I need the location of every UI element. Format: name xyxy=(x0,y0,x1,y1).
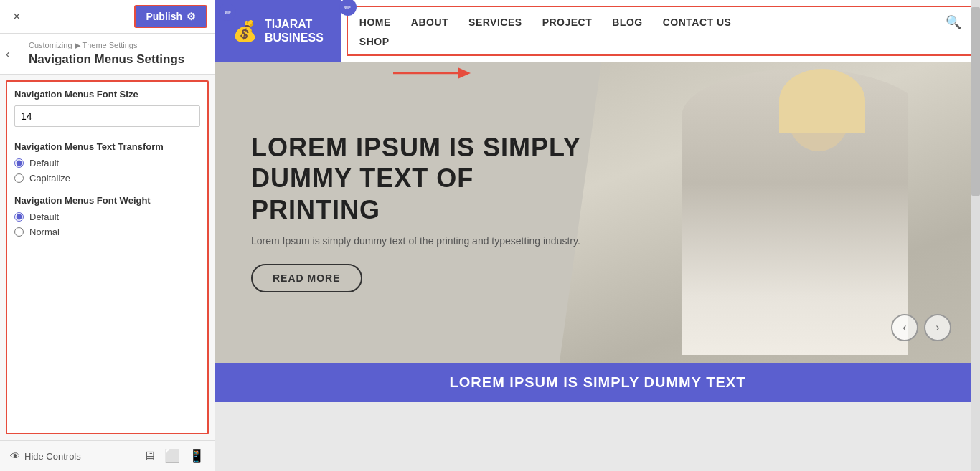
theme-settings-link[interactable]: Theme Settings xyxy=(82,41,137,49)
logo-line2: BUSINESS xyxy=(265,31,324,44)
back-button[interactable]: ‹ xyxy=(6,47,10,62)
font-weight-default[interactable]: Default xyxy=(14,211,200,222)
carousel-prev-button[interactable]: ‹ xyxy=(891,314,918,341)
customizing-link[interactable]: Customizing xyxy=(29,41,72,49)
top-bar: × Publish ⚙ xyxy=(0,0,215,34)
page-title: Navigation Menus Settings xyxy=(29,52,207,67)
font-weight-default-label: Default xyxy=(29,211,59,222)
font-weight-group: Default Normal xyxy=(14,211,200,237)
nav-menu-area: ✏ HOME ABOUT SERVICES PROJECT BLOG CONTA… xyxy=(347,6,974,56)
hero-title-line1: LOREM IPSUM IS SIMPLY xyxy=(251,133,581,162)
font-weight-normal-radio[interactable] xyxy=(14,227,24,237)
breadcrumb-area: ‹ Customizing ▶ Theme Settings Navigatio… xyxy=(0,34,215,75)
text-transform-capitalize-radio[interactable] xyxy=(14,173,24,183)
logo-text: TIJARAT BUSINESS xyxy=(265,17,324,44)
bottom-strip: LOREM IPSUM IS SIMPLY DUMMY TEXT xyxy=(215,363,980,402)
hero-section: LOREM IPSUM IS SIMPLY DUMMY TEXT OF PRIN… xyxy=(215,62,980,363)
preview-header: ✏ 💰 TIJARAT BUSINESS ✏ HOME ABOUT SERVIC… xyxy=(215,0,980,62)
hero-person xyxy=(641,62,908,363)
font-weight-label: Navigation Menus Font Weight xyxy=(14,195,200,206)
text-transform-capitalize-label: Capitalize xyxy=(29,173,70,184)
text-transform-label: Navigation Menus Text Transform xyxy=(14,141,200,152)
desktop-icon-button[interactable]: 🖥 xyxy=(143,448,156,464)
font-size-input[interactable] xyxy=(14,105,200,127)
scrollbar-thumb xyxy=(971,7,980,196)
text-transform-default[interactable]: Default xyxy=(14,158,200,168)
back-icon: ‹ xyxy=(6,47,10,61)
mobile-icon-button[interactable]: 📱 xyxy=(189,448,204,464)
search-icon[interactable]: 🔍 xyxy=(946,14,961,30)
font-weight-default-radio[interactable] xyxy=(14,212,24,222)
font-weight-normal[interactable]: Normal xyxy=(14,227,200,237)
gear-icon: ⚙ xyxy=(187,11,196,22)
logo-icon: 💰 xyxy=(232,19,258,43)
bottom-bar: 👁 Hide Controls 🖥 ⬜ 📱 xyxy=(0,440,215,471)
read-more-button[interactable]: READ MORE xyxy=(251,264,362,292)
nav-home[interactable]: HOME xyxy=(359,16,391,28)
nav-services[interactable]: SERVICES xyxy=(468,16,522,28)
hide-controls-label: Hide Controls xyxy=(24,451,81,462)
font-weight-normal-label: Normal xyxy=(29,227,60,237)
nav-about[interactable]: ABOUT xyxy=(411,16,448,28)
nav-contact[interactable]: CONTACT US xyxy=(663,16,732,28)
device-icons: 🖥 ⬜ 📱 xyxy=(143,448,204,464)
edit-nav-overlay[interactable]: ✏ xyxy=(339,0,357,16)
text-transform-capitalize[interactable]: Capitalize xyxy=(14,173,200,184)
text-transform-default-label: Default xyxy=(29,158,59,168)
hero-content: LOREM IPSUM IS SIMPLY DUMMY TEXT OF PRIN… xyxy=(215,103,617,321)
nav-shop[interactable]: SHOP xyxy=(359,36,390,47)
nav-links-row2: SHOP xyxy=(348,33,973,54)
text-transform-default-radio[interactable] xyxy=(14,158,24,168)
hero-subtitle: Lorem Ipsum is simply dummy text of the … xyxy=(251,235,581,247)
tablet-icon-button[interactable]: ⬜ xyxy=(164,448,180,464)
nav-links-row1: HOME ABOUT SERVICES PROJECT BLOG CONTACT… xyxy=(348,7,973,33)
eye-icon: 👁 xyxy=(10,450,20,462)
hide-controls-button[interactable]: 👁 Hide Controls xyxy=(10,450,81,462)
logo-area[interactable]: ✏ 💰 TIJARAT BUSINESS xyxy=(215,0,341,62)
text-transform-group: Default Capitalize xyxy=(14,158,200,184)
preview-area: ✏ 💰 TIJARAT BUSINESS ✏ HOME ABOUT SERVIC… xyxy=(215,0,980,471)
carousel-next-button[interactable]: › xyxy=(924,314,951,341)
left-panel: × Publish ⚙ ‹ Customizing ▶ Theme Settin… xyxy=(0,0,215,471)
close-button[interactable]: × xyxy=(7,6,27,27)
nav-project[interactable]: PROJECT xyxy=(542,16,593,28)
breadcrumb: Customizing ▶ Theme Settings xyxy=(29,41,207,50)
hero-title: LOREM IPSUM IS SIMPLY DUMMY TEXT OF PRIN… xyxy=(251,132,581,225)
carousel-arrows: ‹ › xyxy=(891,314,951,341)
edit-logo-overlay[interactable]: ✏ xyxy=(219,4,236,21)
close-icon: × xyxy=(13,9,21,24)
hero-title-line2: DUMMY TEXT OF PRINTING xyxy=(251,163,473,224)
right-scrollbar[interactable] xyxy=(971,0,980,471)
font-size-label: Navigation Menus Font Size xyxy=(14,89,200,100)
publish-button[interactable]: Publish ⚙ xyxy=(134,5,207,28)
settings-panel: Navigation Menus Font Size Navigation Me… xyxy=(6,80,209,434)
breadcrumb-separator: ▶ xyxy=(72,41,83,49)
logo-line1: TIJARAT xyxy=(265,17,324,31)
publish-label: Publish xyxy=(146,11,182,22)
nav-blog[interactable]: BLOG xyxy=(612,16,642,28)
